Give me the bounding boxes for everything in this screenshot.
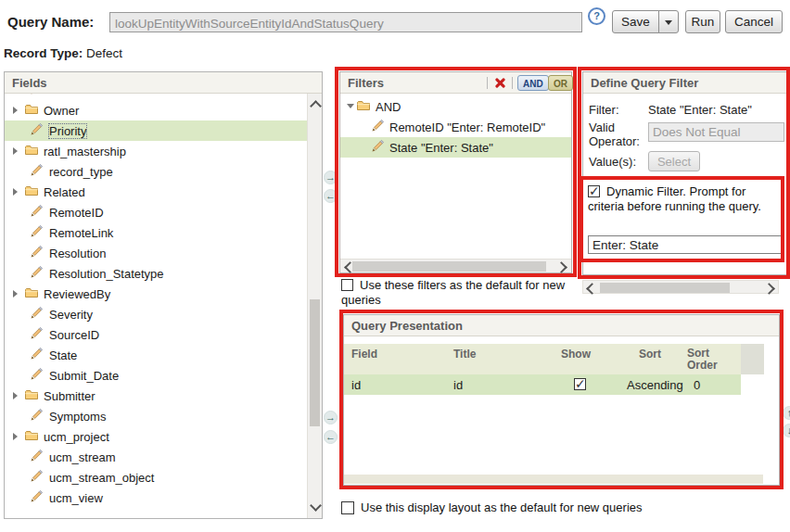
save-button[interactable]: Save [612, 10, 659, 33]
filter-node-label: State "Enter: State" [389, 141, 493, 155]
pencil-icon [31, 225, 43, 237]
define-query-filter-panel: Define Query Filter Filter: State "Enter… [582, 71, 790, 275]
move-left-button-presentation[interactable]: ← [324, 430, 338, 444]
expand-icon[interactable] [13, 147, 18, 155]
cell-title: id [453, 378, 463, 392]
presentation-table-row[interactable]: id id Ascending 0 [344, 374, 741, 395]
scroll-down-icon[interactable] [310, 500, 322, 512]
scrollbar-thumb[interactable] [600, 283, 730, 293]
pencil-icon [372, 140, 384, 152]
field-tree-item-ratl-mastership[interactable]: ratl_mastership [5, 141, 307, 161]
filters-default-checkbox-row: Use these filters as the default for new… [341, 278, 577, 308]
save-menu-button[interactable] [658, 10, 679, 33]
select-values-button[interactable]: Select [648, 151, 700, 171]
define-filter-horizontal-scrollbar[interactable] [582, 280, 779, 294]
field-tree-item-remoteid[interactable]: RemoteID [5, 202, 307, 222]
query-presentation-title: Query Presentation [344, 315, 779, 336]
pencil-icon [31, 246, 43, 258]
field-tree-item-state[interactable]: State [5, 345, 307, 365]
filter-value: State "Enter: State" [648, 103, 752, 117]
or-operator-button[interactable]: OR [548, 75, 573, 91]
move-right-button-presentation[interactable]: → [324, 411, 338, 424]
valid-operator-input[interactable] [648, 122, 784, 142]
fields-panel-title: Fields [5, 72, 322, 94]
scroll-right-icon[interactable] [555, 261, 567, 273]
separator [512, 77, 513, 89]
valid-operator-label: Valid Operator: [589, 120, 646, 148]
scroll-right-icon[interactable] [763, 283, 775, 295]
pencil-icon [31, 470, 43, 482]
field-tree-item-owner[interactable]: Owner [5, 100, 307, 120]
show-checkbox[interactable] [574, 378, 586, 390]
pencil-icon [31, 348, 43, 360]
field-label: ucm_view [49, 491, 103, 505]
cancel-button[interactable]: Cancel [725, 10, 783, 33]
record-type-label: Record Type: [4, 46, 83, 60]
expand-icon[interactable] [13, 392, 18, 399]
field-tree-item-sourceid[interactable]: SourceID [5, 324, 307, 345]
expand-icon[interactable] [13, 188, 18, 196]
field-tree-item-partial[interactable] [5, 94, 307, 100]
run-button[interactable]: Run [685, 10, 720, 33]
dynamic-filter-checkbox[interactable] [588, 185, 600, 197]
pencil-icon [31, 94, 43, 95]
field-tree-item-submitter[interactable]: Submitter [5, 386, 307, 406]
filter-node-state[interactable]: State "Enter: State" [340, 137, 571, 158]
filter-node-label: RemoteID "Enter: RemoteID" [389, 120, 545, 134]
move-right-button[interactable]: → [324, 171, 338, 184]
delete-filter-icon[interactable] [494, 77, 506, 89]
field-tree-item-remotelink[interactable]: RemoteLink [5, 222, 307, 243]
scroll-left-icon[interactable] [586, 283, 598, 295]
field-tree-item-ucm-project[interactable]: ucm_project [5, 426, 307, 447]
move-left-button[interactable]: ← [324, 189, 338, 203]
filters-default-checkbox[interactable] [341, 279, 353, 291]
filter-node-and[interactable]: AND [340, 96, 571, 117]
field-tree-item-ucm-view[interactable]: ucm_view [5, 488, 307, 508]
move-down-button[interactable]: ↓ [783, 424, 790, 437]
query-name-input[interactable] [109, 12, 582, 32]
scroll-up-icon[interactable] [310, 100, 322, 112]
move-up-button[interactable]: ↑ [783, 406, 790, 420]
fields-vertical-scrollbar[interactable] [307, 94, 322, 518]
field-label: Resolution [49, 247, 106, 260]
field-tree-item-record-type[interactable]: record_type [5, 161, 307, 182]
field-label: ratl_mastership [44, 145, 126, 158]
field-tree-item-severity[interactable]: Severity [5, 304, 307, 324]
field-tree-item-reviewedby[interactable]: ReviewedBy [5, 284, 307, 304]
column-header-show: Show [561, 348, 591, 361]
field-label: Symptoms [49, 410, 106, 424]
pencil-icon [31, 307, 43, 319]
and-operator-button[interactable]: AND [517, 75, 549, 91]
field-tree-item-submit-date[interactable]: Submit_Date [5, 365, 307, 386]
field-tree-item-ucm-stream-object[interactable]: ucm_stream_object [5, 467, 307, 488]
presentation-default-checkbox[interactable] [341, 501, 354, 514]
values-label: Value(s): [589, 155, 636, 169]
dynamic-prompt-input[interactable] [588, 235, 783, 254]
pencil-icon [31, 266, 43, 278]
field-tree-item-priority[interactable]: Priority [5, 120, 307, 141]
help-icon[interactable]: ? [588, 7, 605, 25]
query-editor-window: Query Name: ? Save Run Cancel Record Typ… [0, 0, 790, 532]
field-tree-item-resolution[interactable]: Resolution [5, 243, 307, 263]
folder-icon [25, 286, 38, 298]
filter-node-label: AND [376, 100, 401, 114]
pencil-icon [31, 368, 43, 380]
field-tree-item-ucm-stream[interactable]: ucm_stream [5, 447, 307, 467]
presentation-default-checkbox-label: Use this display layout as the default f… [361, 500, 643, 514]
field-tree-item-related[interactable]: Related [5, 182, 307, 202]
collapse-icon[interactable] [347, 104, 354, 108]
folder-icon [25, 144, 38, 156]
cell-field: id [351, 378, 361, 392]
query-name-label: Query Name: [7, 14, 94, 30]
scrollbar-thumb[interactable] [310, 299, 320, 426]
filters-horizontal-scrollbar[interactable] [340, 259, 571, 272]
expand-icon[interactable] [13, 107, 18, 114]
expand-icon[interactable] [13, 290, 18, 298]
expand-icon[interactable] [13, 433, 18, 440]
scrollbar-thumb[interactable] [352, 261, 546, 272]
filter-node-remoteid[interactable]: RemoteID "Enter: RemoteID" [340, 117, 571, 137]
field-label: SourceID [49, 328, 99, 342]
field-tree-item-symptoms[interactable]: Symptoms [5, 406, 307, 426]
field-tree-item-resolution-statetype[interactable]: Resolution_Statetype [5, 263, 307, 284]
field-label: record_type [49, 165, 113, 179]
